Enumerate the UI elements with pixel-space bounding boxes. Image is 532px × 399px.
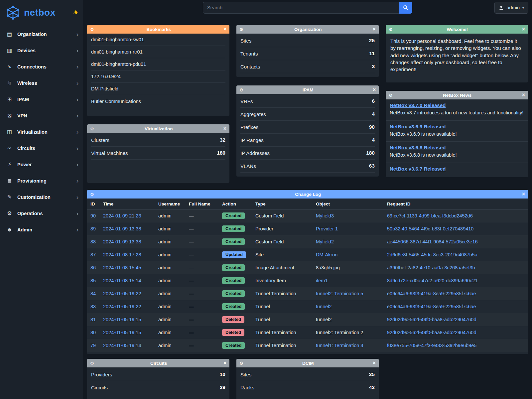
- stat-count-link[interactable]: 11: [369, 51, 375, 57]
- change-time-link[interactable]: 2024-01-05 19:15: [103, 327, 158, 338]
- change-id-link[interactable]: 90: [90, 210, 103, 221]
- change-request-id-link[interactable]: e09c64a6-93f3-419a-8ea9-229585f7c6ae: [387, 288, 525, 299]
- change-id-link[interactable]: 87: [90, 249, 103, 260]
- close-icon[interactable]: ×: [373, 27, 376, 32]
- sidebar-item[interactable]: Connections: [0, 59, 83, 75]
- gear-icon[interactable]: ⚙: [239, 27, 243, 32]
- change-request-id-link[interactable]: 69fce7cf-1139-4d99-bfea-f3dcbd2452d6: [387, 210, 525, 221]
- change-request-id-link[interactable]: e09c64a6-93f3-419a-8ea9-229585f7c6ae: [387, 301, 525, 312]
- change-request-id-link[interactable]: 2d6d6e8f-5465-45dc-8ec3-2019d4087b5a: [387, 249, 525, 260]
- change-request-id-link[interactable]: 8d9cd72e-cd0c-47c2-a620-dc899a690c21: [387, 275, 525, 286]
- search-input[interactable]: [203, 2, 399, 14]
- sidebar-item[interactable]: Circuits: [0, 140, 83, 156]
- change-request-id-link[interactable]: a390fbef-2a82-4e10-aa0a-3c268aa5ef3b: [387, 262, 525, 273]
- gear-icon[interactable]: ⚙: [90, 27, 94, 32]
- close-icon[interactable]: ×: [373, 360, 376, 366]
- change-id-link[interactable]: 85: [90, 275, 103, 286]
- close-icon[interactable]: ×: [223, 126, 226, 131]
- sidebar-item[interactable]: Provisioning: [0, 173, 83, 189]
- gear-icon[interactable]: ⚙: [389, 27, 393, 32]
- gear-icon[interactable]: ⚙: [90, 361, 94, 366]
- change-object-link[interactable]: item1: [316, 275, 387, 286]
- news-link[interactable]: NetBox v3.6.7 Released: [390, 166, 446, 172]
- stat-count-link[interactable]: 4: [372, 137, 375, 143]
- change-time-link[interactable]: 2024-01-09 13:38: [103, 236, 158, 247]
- change-object-link[interactable]: tunnel1: Termination 3: [316, 340, 387, 351]
- user-menu-button[interactable]: admin ▾: [494, 2, 528, 14]
- change-object-link[interactable]: Provider 1: [316, 223, 387, 234]
- bookmark-link[interactable]: dmi01-binghamton-sw01: [91, 34, 225, 46]
- change-object-link[interactable]: tunnel2: [316, 301, 387, 312]
- stat-count-link[interactable]: 32: [220, 137, 225, 143]
- stat-count-link[interactable]: 6: [372, 98, 375, 104]
- change-time-link[interactable]: 2024-01-05 19:15: [103, 314, 158, 325]
- sidebar-item[interactable]: Organization: [0, 26, 83, 42]
- change-object-link[interactable]: tunnel2: Termination 5: [316, 288, 387, 299]
- change-id-link[interactable]: 84: [90, 288, 103, 299]
- change-request-id-link[interactable]: f038e755-705e-47f3-9433-5392b9e6b9e5: [387, 340, 525, 351]
- change-id-link[interactable]: 86: [90, 262, 103, 273]
- sidebar-item[interactable]: Devices: [0, 42, 83, 59]
- stat-count-link[interactable]: 10: [220, 371, 225, 377]
- stat-count-link[interactable]: 180: [217, 150, 225, 156]
- change-object-link[interactable]: tunnel2: [316, 314, 387, 325]
- stat-count-link[interactable]: 4: [372, 111, 375, 117]
- stat-count-link[interactable]: 90: [369, 124, 375, 130]
- close-icon[interactable]: ×: [522, 92, 525, 98]
- change-object-link[interactable]: 8a3gh5.jpg: [316, 262, 387, 273]
- bookmark-link[interactable]: Butler Communications: [91, 95, 225, 107]
- change-id-link[interactable]: 83: [90, 301, 103, 312]
- close-icon[interactable]: ×: [223, 27, 226, 32]
- change-time-link[interactable]: 2024-01-05 19:22: [103, 301, 158, 312]
- change-time-link[interactable]: 2024-01-08 15:14: [103, 275, 158, 286]
- sidebar-item[interactable]: Power: [0, 156, 83, 173]
- stat-count-link[interactable]: 3: [372, 64, 375, 69]
- sidebar-item[interactable]: Operations: [0, 205, 83, 221]
- sidebar-item[interactable]: Virtualization: [0, 124, 83, 140]
- stat-count-link[interactable]: 25: [369, 38, 375, 44]
- change-time-link[interactable]: 2024-01-08 15:45: [103, 262, 158, 273]
- gear-icon[interactable]: ⚙: [90, 192, 94, 197]
- pin-sidebar-icon[interactable]: ⚑: [71, 8, 79, 17]
- change-time-link[interactable]: 2024-01-08 17:28: [103, 249, 158, 260]
- bookmark-link[interactable]: DM-Pittsfield: [91, 83, 225, 95]
- change-object-link[interactable]: tunnel2: Termination 2: [316, 327, 387, 338]
- change-id-link[interactable]: 80: [90, 327, 103, 338]
- close-icon[interactable]: ×: [522, 27, 525, 32]
- stat-count-link[interactable]: 63: [369, 163, 375, 169]
- news-link[interactable]: NetBox v3.7.0 Released: [390, 102, 446, 108]
- gear-icon[interactable]: ⚙: [389, 93, 393, 98]
- change-id-link[interactable]: 89: [90, 223, 103, 234]
- change-time-link[interactable]: 2024-01-09 21:23: [103, 210, 158, 221]
- change-time-link[interactable]: 2024-01-05 19:22: [103, 288, 158, 299]
- change-request-id-link[interactable]: ae445066-387d-44f1-9084-572a05ce3e16: [387, 236, 525, 247]
- stat-count-link[interactable]: 29: [220, 384, 225, 390]
- bookmark-link[interactable]: 172.16.0.9/24: [91, 70, 225, 83]
- sidebar-item[interactable]: Admin: [0, 221, 83, 238]
- search-button[interactable]: [399, 2, 412, 14]
- close-icon[interactable]: ×: [522, 192, 525, 197]
- change-object-link[interactable]: DM-Akron: [316, 249, 387, 260]
- change-id-link[interactable]: 81: [90, 314, 103, 325]
- news-link[interactable]: NetBox v3.6.8 Released: [390, 145, 446, 150]
- gear-icon[interactable]: ⚙: [90, 126, 94, 131]
- change-id-link[interactable]: 88: [90, 236, 103, 247]
- change-time-link[interactable]: 2024-01-05 19:14: [103, 340, 158, 351]
- change-object-link[interactable]: Myfield2: [316, 236, 387, 247]
- stat-count-link[interactable]: 42: [369, 384, 375, 390]
- sidebar-item[interactable]: Customization: [0, 189, 83, 205]
- sidebar-item[interactable]: Wireless: [0, 75, 83, 91]
- change-object-link[interactable]: Myfield3: [316, 210, 387, 221]
- close-icon[interactable]: ×: [223, 360, 226, 366]
- bookmark-link[interactable]: dmi01-binghamton-pdu01: [91, 58, 225, 70]
- change-time-link[interactable]: 2024-01-09 13:38: [103, 223, 158, 234]
- close-icon[interactable]: ×: [373, 87, 376, 92]
- change-request-id-link[interactable]: 50b32f40-5464-4f9c-b83f-0ef270489410: [387, 223, 525, 234]
- sidebar-item[interactable]: IPAM: [0, 91, 83, 107]
- news-link[interactable]: NetBox v3.6.9 Released: [390, 124, 446, 129]
- gear-icon[interactable]: ⚙: [239, 361, 243, 366]
- sidebar-item[interactable]: VPN: [0, 107, 83, 124]
- change-request-id-link[interactable]: 92d02d9c-562f-49f0-baa8-adb22904760d: [387, 314, 525, 325]
- change-id-link[interactable]: 79: [90, 340, 103, 351]
- stat-count-link[interactable]: 180: [366, 150, 375, 156]
